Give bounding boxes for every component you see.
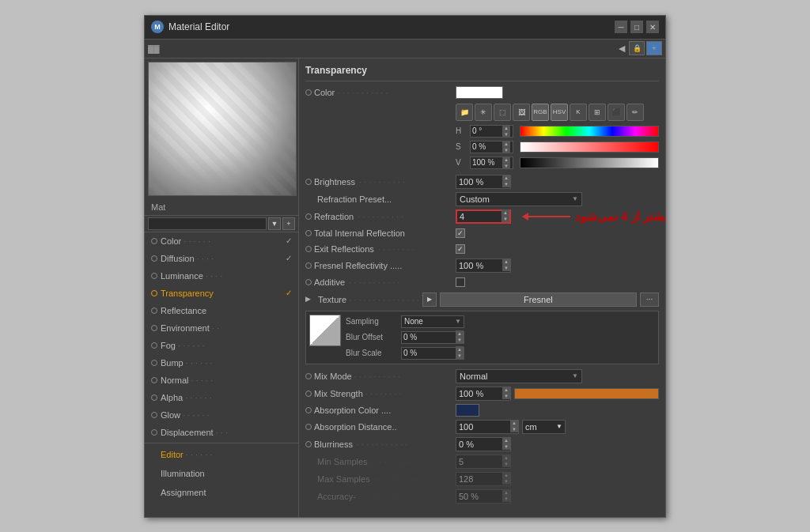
blurriness-up[interactable]: ▲ bbox=[502, 437, 510, 443]
sidebar-item-transparency[interactable]: Transparency ✓ bbox=[145, 285, 298, 302]
fresnel-up[interactable]: ▲ bbox=[502, 258, 510, 265]
sidebar-nav-editor[interactable]: Editor · · · · · · bbox=[145, 445, 298, 464]
v-up-btn[interactable]: ▲ bbox=[502, 157, 510, 163]
sidebar-search-input[interactable] bbox=[148, 217, 267, 230]
accuracy-input-box[interactable]: ▲ ▼ bbox=[456, 489, 511, 504]
fresnel-reflectivity-input[interactable] bbox=[456, 261, 496, 270]
exit-reflections-radio[interactable] bbox=[305, 246, 312, 252]
mix-strength-radio[interactable] bbox=[305, 391, 312, 397]
v-spinner[interactable]: ▲ ▼ bbox=[470, 157, 513, 169]
minimize-button[interactable]: ─ bbox=[615, 21, 627, 33]
maximize-button[interactable]: □ bbox=[630, 21, 643, 33]
s-down-btn[interactable]: ▼ bbox=[502, 147, 510, 153]
sidebar-item-alpha[interactable]: Alpha · · · · · · bbox=[145, 389, 298, 406]
refraction-input-box[interactable]: ▲ ▼ bbox=[456, 209, 511, 224]
blur-scale-down[interactable]: ▼ bbox=[456, 353, 464, 359]
min-samples-input[interactable] bbox=[456, 457, 496, 466]
eyedropper-btn[interactable]: ✏ bbox=[626, 104, 644, 121]
brightness-radio[interactable] bbox=[305, 179, 312, 185]
refraction-input[interactable] bbox=[457, 212, 497, 221]
fresnel-down[interactable]: ▼ bbox=[502, 265, 510, 271]
h-up-btn[interactable]: ▲ bbox=[502, 125, 510, 131]
paste-btn[interactable]: 🖼 bbox=[513, 104, 530, 121]
hue-gradient[interactable] bbox=[520, 126, 659, 137]
absorption-dist-input[interactable] bbox=[456, 422, 496, 432]
mix-mode-radio[interactable] bbox=[305, 373, 312, 379]
mix-strength-input[interactable] bbox=[456, 389, 496, 398]
absorption-dist-input-box[interactable]: ▲ ▼ bbox=[456, 420, 519, 434]
accuracy-input[interactable] bbox=[456, 492, 496, 501]
h-down-btn[interactable]: ▼ bbox=[502, 131, 510, 138]
fresnel-reflectivity-radio[interactable] bbox=[305, 262, 312, 269]
brightness-down[interactable]: ▼ bbox=[502, 181, 510, 187]
max-samples-input-box[interactable]: ▲ ▼ bbox=[456, 472, 511, 486]
sidebar-nav-assignment[interactable]: Assignment bbox=[145, 483, 298, 502]
color-swatch[interactable] bbox=[456, 86, 503, 99]
exit-reflections-checkbox[interactable]: ✓ bbox=[456, 244, 465, 254]
mix-btn[interactable]: ⊞ bbox=[589, 104, 606, 121]
blur-offset-up[interactable]: ▲ bbox=[456, 330, 464, 337]
abs-dist-up[interactable]: ▲ bbox=[510, 420, 518, 426]
refraction-down[interactable]: ▼ bbox=[502, 216, 509, 222]
sidebar-item-bump[interactable]: Bump · · · · · · bbox=[145, 354, 298, 372]
sat-gradient[interactable] bbox=[520, 141, 659, 153]
v-down-btn[interactable]: ▼ bbox=[502, 163, 510, 169]
total-internal-checkbox[interactable]: ✓ bbox=[456, 228, 465, 238]
h-input[interactable] bbox=[471, 126, 502, 135]
sidebar-item-luminance[interactable]: Luminance · · · · bbox=[145, 267, 298, 285]
mix-strength-up[interactable]: ▲ bbox=[502, 387, 510, 393]
blurriness-radio[interactable] bbox=[305, 441, 312, 447]
more-btn2[interactable]: ⬛ bbox=[608, 104, 625, 121]
blur-scale-input-box[interactable]: ▲ ▼ bbox=[401, 347, 464, 360]
color-radio[interactable] bbox=[305, 89, 312, 96]
s-input[interactable] bbox=[471, 142, 502, 151]
rgb-btn[interactable]: RGB bbox=[532, 104, 549, 121]
sampling-dropdown[interactable]: None ▼ bbox=[401, 315, 464, 328]
blur-scale-input[interactable] bbox=[402, 349, 449, 357]
hsv-btn[interactable]: HSV bbox=[551, 104, 568, 121]
abs-dist-down[interactable]: ▼ bbox=[510, 426, 518, 432]
plus-icon[interactable]: + bbox=[646, 41, 662, 55]
sidebar-item-displacement[interactable]: Displacement · · · bbox=[145, 424, 298, 441]
more-options-btn[interactable]: ··· bbox=[640, 292, 659, 307]
mix-mode-dropdown[interactable]: Normal ▼ bbox=[456, 369, 582, 383]
refraction-preset-dropdown[interactable]: Custom ▼ bbox=[456, 192, 582, 206]
mix-strength-input-box[interactable]: ▲ ▼ bbox=[456, 387, 511, 401]
blur-offset-down[interactable]: ▼ bbox=[456, 337, 464, 343]
refraction-radio[interactable] bbox=[305, 213, 312, 220]
blur-offset-input[interactable] bbox=[402, 333, 449, 341]
blurriness-input[interactable] bbox=[456, 440, 496, 449]
brightness-input[interactable] bbox=[456, 177, 496, 187]
fresnel-reflectivity-input-box[interactable]: ▲ ▼ bbox=[456, 258, 511, 273]
h-spinner[interactable]: ▲ ▼ bbox=[470, 125, 513, 138]
texture-expand-icon[interactable]: ▶ bbox=[305, 295, 315, 304]
lock-icon[interactable]: 🔒 bbox=[629, 41, 645, 55]
abs-dist-unit-dropdown[interactable]: cm ▼ bbox=[522, 420, 566, 434]
min-samples-input-box[interactable]: ▲ ▼ bbox=[456, 455, 511, 469]
brightness-input-box[interactable]: ▲ ▼ bbox=[456, 175, 511, 189]
sidebar-item-fog[interactable]: Fog · · · · · · bbox=[145, 337, 298, 354]
sidebar-item-diffusion[interactable]: Diffusion · · · · ✓ bbox=[145, 250, 298, 267]
fresnel-button[interactable]: Fresnel bbox=[440, 292, 637, 307]
blur-offset-input-box[interactable]: ▲ ▼ bbox=[401, 331, 464, 344]
absorption-color-swatch[interactable] bbox=[456, 404, 479, 417]
blurriness-input-box[interactable]: ▲ ▼ bbox=[456, 437, 511, 451]
s-spinner[interactable]: ▲ ▼ bbox=[470, 141, 513, 153]
mix-strength-down[interactable]: ▼ bbox=[502, 393, 510, 399]
sidebar-item-environment[interactable]: Environment · · bbox=[145, 319, 298, 337]
s-up-btn[interactable]: ▲ bbox=[502, 141, 510, 147]
k-btn[interactable]: K bbox=[570, 104, 587, 121]
total-internal-radio[interactable] bbox=[305, 230, 312, 236]
reset-btn[interactable]: ✳ bbox=[475, 104, 492, 121]
copy-btn[interactable]: ⬚ bbox=[494, 104, 511, 121]
image-load-btn[interactable]: 📁 bbox=[456, 104, 473, 121]
sidebar-item-reflectance[interactable]: Reflectance bbox=[145, 302, 298, 319]
additive-radio[interactable] bbox=[305, 279, 312, 285]
sidebar-item-normal[interactable]: Normal · · · · · bbox=[145, 372, 298, 389]
sidebar-item-color[interactable]: Color · · · · · · ✓ bbox=[145, 232, 298, 250]
max-samples-input[interactable] bbox=[456, 474, 496, 484]
refraction-up[interactable]: ▲ bbox=[502, 209, 509, 216]
sidebar-search-btn[interactable]: ▼ bbox=[268, 217, 281, 230]
texture-play-btn[interactable]: ▶ bbox=[422, 292, 437, 307]
absorption-color-radio[interactable] bbox=[305, 407, 312, 413]
